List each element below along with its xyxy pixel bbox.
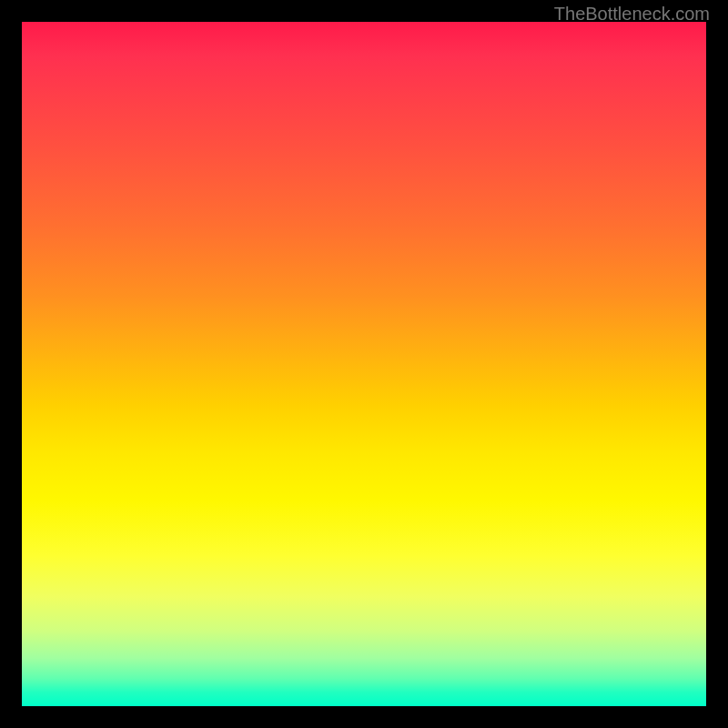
gradient-background: [22, 22, 706, 706]
chart-area: [22, 22, 706, 706]
watermark-text: TheBottleneck.com: [554, 4, 710, 25]
